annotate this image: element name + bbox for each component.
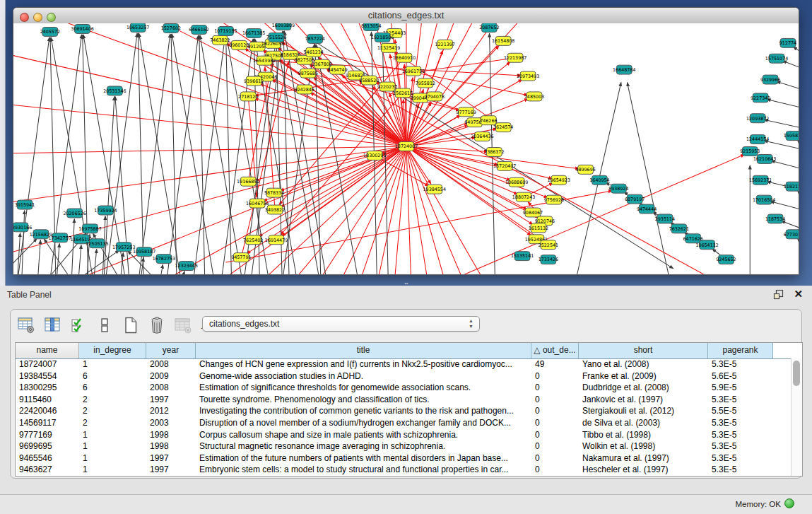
graph-node[interactable]: 1733426 [539,255,558,264]
graph-node[interactable]: 3915941 [15,200,35,209]
graph-node[interactable]: 9245652 [716,255,736,264]
unselect-all-button[interactable] [95,315,114,335]
graph-node[interactable]: 10975887 [78,224,101,233]
graph-node[interactable]: 17359924 [94,206,117,215]
graph-node[interactable]: 7386372 [484,148,504,157]
column-header-pagerank[interactable]: pagerank [708,343,773,358]
vertical-scrollbar[interactable] [791,358,802,476]
graph-node[interactable]: 11325419 [377,43,400,52]
graph-node[interactable]: 1595836 [784,132,799,141]
graph-node[interactable]: 1615132 [529,223,548,233]
graph-node[interactable]: 19166852 [237,177,259,186]
graph-node[interactable]: 2522541 [539,240,558,250]
graph-node[interactable]: 20206526 [63,209,86,218]
table-row[interactable]: 977716911998Corpus callosum shape and si… [16,429,792,441]
graph-node[interactable]: 6879197 [625,194,645,204]
column-header-name[interactable]: name [16,343,79,358]
graph-node[interactable]: 16671385 [242,28,265,37]
graph-node[interactable]: 30691406 [71,24,93,33]
graph-node[interactable]: 9215953 [740,147,760,156]
table-row[interactable]: 2242004622012Investigating the contribut… [16,405,792,417]
memory-status-indicator[interactable] [784,498,794,508]
graph-node[interactable]: 8813054 [361,23,381,30]
graph-node[interactable]: 19218506 [371,33,394,42]
table-row[interactable]: 1456911722003Disruption of a novel membe… [16,417,792,429]
graph-node[interactable]: 746266 [480,116,497,125]
graph-node[interactable]: 7955812 [416,78,435,88]
graph-node[interactable]: 9875685 [298,69,318,78]
graph-node[interactable]: 17957253 [112,243,135,252]
table-row[interactable]: 946554611997Estimation of the future num… [16,452,792,465]
scrollbar-thumb[interactable] [793,361,800,386]
column-header-short[interactable]: short [579,343,708,358]
graph-node[interactable]: 7857224 [305,34,325,43]
select-all-button[interactable] [69,315,88,335]
graph-node[interactable]: 9084067 [523,208,543,217]
column-header-year[interactable]: year [146,343,196,358]
show-columns-button[interactable] [42,315,62,335]
delete-table-button[interactable] [147,315,167,335]
graph-node[interactable]: 2087652 [479,23,499,32]
close-panel-icon[interactable]: ✕ [794,288,803,300]
graph-node[interactable]: 1182134 [784,182,799,191]
graph-node[interactable]: 2718129 [238,92,258,101]
collapsed-west-panel-strip[interactable] [0,0,6,286]
graph-node[interactable]: 5461234 [304,47,324,57]
graph-node[interactable]: 15692371 [749,175,772,185]
graph-node[interactable]: 15135141 [511,252,534,261]
graph-node[interactable]: 17342757 [49,233,71,243]
graph-node[interactable]: 19384554 [423,185,446,194]
graph-node[interactable]: 9227342 [751,93,770,103]
graph-node[interactable]: 12213987 [504,53,526,62]
graph-node[interactable]: 19654923 [548,175,570,185]
table-row[interactable]: 946362711997Embryonic stem cells: a mode… [16,464,792,476]
graph-node[interactable]: 16648784 [613,65,635,74]
graph-node[interactable]: 6466162 [189,25,208,34]
table-selector-dropdown[interactable]: citations_edges.txt ▲▼ [202,316,480,332]
graph-node[interactable]: 16154808 [492,36,514,45]
graph-node[interactable]: 9474444 [637,204,657,214]
import-table-button[interactable] [173,315,193,335]
graph-node[interactable]: 1187534 [765,214,785,223]
graph-node[interactable]: 9899695 [575,165,595,174]
graph-node[interactable]: 3624574 [493,123,513,132]
graph-node[interactable]: 9777169 [456,107,476,117]
table-row[interactable]: 1830029562008Estimation of significance … [16,382,792,394]
graph-node[interactable]: 1527602 [161,23,181,33]
network-canvas[interactable]: 1872400774638228960128391295418226058982… [13,23,799,274]
graph-node[interactable]: 1640954 [589,175,609,185]
graph-node[interactable]: 9329966 [760,75,780,84]
graph-node[interactable]: 5878334 [264,188,284,197]
graph-node[interactable]: 2935114 [655,214,675,223]
graph-node[interactable]: 10958187 [133,247,155,257]
graph-node[interactable]: 16914479 [265,235,288,245]
graph-node[interactable]: 20364436 [471,132,493,141]
graph-node[interactable]: 6773012 [784,230,799,239]
graph-node[interactable]: 18807243 [512,192,535,201]
table-row[interactable]: 911546021997Tourette syndrome. Phenomeno… [16,394,792,406]
column-header-title[interactable]: title [196,343,531,358]
graph-node[interactable]: 8938924 [608,184,628,193]
graph-node[interactable]: 1221397 [435,40,455,49]
graph-node[interactable]: 23930166 [13,223,32,232]
graph-node[interactable]: 12444154 [746,135,769,144]
graph-node[interactable]: 9457791 [231,253,251,262]
graph-node[interactable]: 9756928 [544,195,564,204]
new-table-button[interactable] [121,315,141,335]
graph-node[interactable]: 12323445 [175,262,198,271]
graph-node[interactable]: 17016504 [753,195,775,204]
graph-node[interactable]: 7485003 [524,92,544,101]
table-row[interactable]: 1938455462009Genome-wide association stu… [16,370,792,382]
graph-node[interactable]: 16961758 [402,66,425,76]
graph-node[interactable]: 912774 [779,38,796,47]
graph-node[interactable]: 3493822 [265,205,285,214]
graph-node[interactable]: 18300295 [363,151,386,160]
graph-node[interactable]: 9242845 [295,85,314,94]
graph-node[interactable]: 16093809 [272,23,295,30]
graph-node[interactable]: 8960128 [229,40,249,49]
graph-node[interactable]: 20531346 [103,86,126,95]
graph-node[interactable]: 10973493 [517,71,539,81]
network-window[interactable]: citations_edges.txt 18724007746382289601… [13,7,799,275]
table-settings-button[interactable] [16,315,36,335]
column-header-out_de[interactable]: △ out_de... [531,343,579,358]
